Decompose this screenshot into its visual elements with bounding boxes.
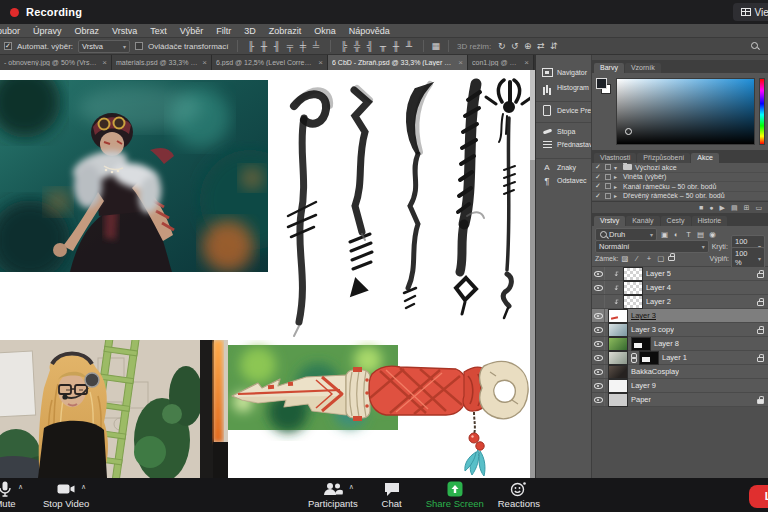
close-tab-icon[interactable]	[458, 58, 463, 67]
menu-item[interactable]: Filtr	[216, 26, 231, 36]
layer-row[interactable]: Layer 3	[592, 309, 768, 323]
panel-strip-item-navigator[interactable]: Navigátor	[536, 65, 591, 80]
color-cursor[interactable]	[625, 128, 632, 135]
foreground-background-swatches[interactable]	[596, 78, 612, 145]
layer-row[interactable]: ↴Layer 4	[592, 281, 768, 295]
folder-icon[interactable]: ▤	[731, 204, 738, 212]
layer-thumbnail[interactable]	[623, 295, 643, 309]
group-filter-icon[interactable]: ▤	[696, 230, 705, 239]
adjust-panel-tab[interactable]: Přizpůsobení	[637, 153, 690, 163]
action-check-icon[interactable]: ✓	[595, 182, 602, 190]
layer-visibility-toggle[interactable]	[592, 351, 605, 364]
distribute-vcenter-icon[interactable]: ╫	[391, 41, 402, 51]
menu-item[interactable]: Okna	[314, 26, 336, 36]
document-tab[interactable]: - obnovený.jpg @ 50% (Vrstva 13,RGB/8...	[0, 55, 112, 70]
panel-strip-item-device[interactable]: Device Preview	[536, 101, 591, 116]
share-screen-button[interactable]: Share Screen	[426, 481, 484, 509]
3d-slide-icon[interactable]: ⇄	[535, 41, 546, 51]
panel-strip-item-znaky[interactable]: Znaky	[536, 158, 591, 173]
3d-roll-icon[interactable]: ↺	[509, 41, 520, 51]
layer-visibility-toggle[interactable]	[592, 309, 605, 322]
action-expand-icon[interactable]: ▸	[614, 192, 620, 199]
layer-thumbnail[interactable]	[623, 267, 643, 281]
layer-visibility-toggle[interactable]	[592, 393, 605, 406]
action-expand-icon[interactable]: ▸	[614, 173, 620, 180]
3d-rotate-icon[interactable]: ↻	[496, 41, 507, 51]
document-canvas[interactable]	[0, 70, 535, 478]
action-expand-icon[interactable]: ▾	[614, 164, 620, 171]
layer-row[interactable]: ↴Layer 2	[592, 295, 768, 309]
distribute-hcenter-icon[interactable]: ╬	[352, 41, 363, 51]
color-panel-tab[interactable]: Barvy	[594, 63, 624, 73]
adjustment-filter-icon[interactable]: ◐	[672, 230, 681, 239]
align-right-icon[interactable]: ╢	[272, 41, 283, 51]
blend-mode-dropdown[interactable]: Normální▾	[595, 240, 709, 253]
lock-position-icon[interactable]: +	[644, 254, 653, 263]
lock-transparency-icon[interactable]: ▨	[620, 254, 629, 263]
transform-controls-checkbox[interactable]	[135, 42, 143, 50]
menu-item[interactable]: Vrstva	[112, 26, 137, 36]
lock-all-icon[interactable]	[668, 256, 675, 261]
layer-thumbnail[interactable]	[608, 393, 628, 407]
layer-visibility-toggle[interactable]	[592, 281, 605, 294]
layers-panel-tab[interactable]: Vrstvy	[594, 216, 625, 226]
pixel-filter-icon[interactable]: ▣	[660, 230, 669, 239]
layer-row[interactable]: Layer 1	[592, 351, 768, 365]
layer-thumbnail[interactable]	[608, 365, 628, 379]
action-dialog-toggle[interactable]	[605, 164, 611, 170]
close-tab-icon[interactable]	[202, 58, 207, 67]
menu-item[interactable]: Výběr	[180, 26, 204, 36]
menu-item[interactable]: Úpravy	[33, 26, 62, 36]
menu-item[interactable]: Text	[150, 26, 167, 36]
3d-scale-icon[interactable]: ⇵	[548, 41, 559, 51]
close-tab-icon[interactable]	[524, 58, 529, 67]
layer-thumbnail[interactable]	[608, 309, 628, 323]
align-bottom-icon[interactable]: ╧	[311, 41, 322, 51]
layer-visibility-toggle[interactable]	[592, 267, 605, 280]
action-check-icon[interactable]: ✓	[595, 192, 602, 200]
auto-select-dropdown[interactable]: Vrstva▾	[78, 40, 130, 53]
distribute-top-icon[interactable]: ╥	[378, 41, 389, 51]
layer-row[interactable]: BakkaCosplay	[592, 365, 768, 379]
color-panel-tab[interactable]: Vzorník	[625, 63, 661, 73]
stop-video-button[interactable]: Stop Video	[43, 481, 89, 509]
layer-row[interactable]: Layer 8	[592, 337, 768, 351]
distribute-left-icon[interactable]: ╠	[339, 41, 350, 51]
layers-panel-tab[interactable]: Cesty	[661, 216, 691, 226]
hue-strip[interactable]	[759, 78, 765, 145]
action-dialog-toggle[interactable]	[605, 183, 611, 189]
layer-thumbnail[interactable]	[608, 379, 628, 393]
align-hcenter-icon[interactable]: ╫	[259, 41, 270, 51]
layer-mask-thumbnail[interactable]	[639, 351, 659, 365]
participants-chevron-icon[interactable]	[349, 483, 354, 491]
auto-select-checkbox[interactable]: ✓	[4, 42, 12, 50]
action-expand-icon[interactable]: ▸	[614, 183, 620, 190]
layer-visibility-toggle[interactable]	[592, 295, 605, 308]
action-row[interactable]: ✓▸Dřevěný rámeček – 50 obr. bodů	[592, 192, 768, 202]
layer-visibility-toggle[interactable]	[592, 379, 605, 392]
action-row[interactable]: ✓▸Viněta (výběr)	[592, 173, 768, 183]
layers-panel-tab[interactable]: Historie	[692, 216, 728, 226]
document-tab[interactable]: 6.psd @ 12,5% (Level Correction 1,Maska …	[212, 55, 328, 70]
layer-visibility-toggle[interactable]	[592, 323, 605, 336]
layer-thumbnail[interactable]	[608, 351, 628, 365]
fill-value[interactable]: 100 %▾	[731, 247, 765, 269]
close-tab-icon[interactable]	[102, 58, 107, 67]
delete-icon[interactable]: ▭	[755, 204, 762, 212]
chat-button[interactable]: Chat	[372, 481, 412, 509]
view-button[interactable]: View	[733, 3, 768, 21]
close-tab-icon[interactable]	[318, 58, 323, 67]
layer-thumbnail[interactable]	[623, 281, 643, 295]
lock-artboard-icon[interactable]: ▢	[656, 254, 665, 263]
play-icon[interactable]: ▶	[719, 204, 724, 212]
adjust-panel-tab[interactable]: Akce	[691, 153, 719, 163]
leave-button[interactable]: Leave	[749, 485, 768, 508]
record-icon[interactable]: ●	[709, 204, 713, 211]
layer-thumbnail[interactable]	[608, 337, 628, 351]
type-filter-icon[interactable]: T	[684, 230, 693, 239]
search-icon[interactable]	[750, 41, 760, 51]
panel-strip-item-odstavec[interactable]: Odstavec	[536, 173, 591, 188]
align-left-icon[interactable]: ╟	[246, 41, 257, 51]
document-tab[interactable]: con1.jpg @ 33,3% (RGB/8...	[468, 55, 534, 70]
distribute-widths-icon[interactable]: ▦	[432, 41, 441, 51]
